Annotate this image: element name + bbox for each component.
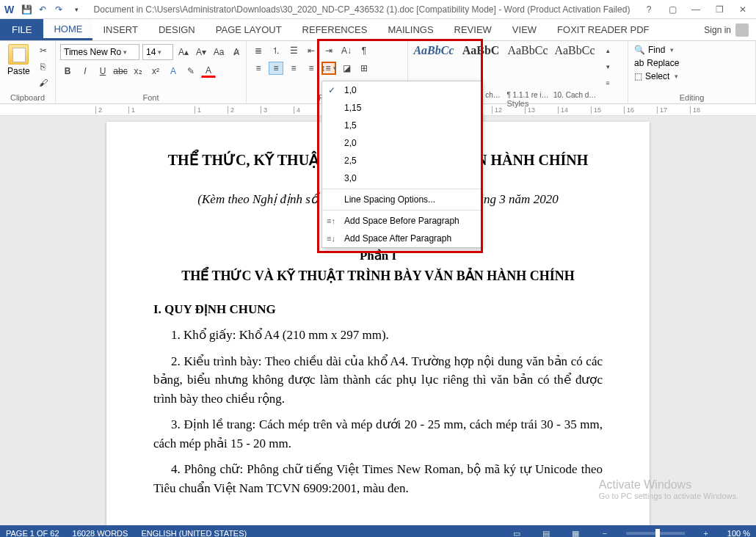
add-space-before[interactable]: ≡↑Add Space Before Paragraph bbox=[322, 212, 481, 230]
tab-references[interactable]: REFERENCES bbox=[292, 19, 378, 40]
increase-indent-icon[interactable]: ⇥ bbox=[321, 44, 336, 57]
zoom-in-button[interactable]: + bbox=[698, 529, 714, 537]
group-font: Times New Ro▾ 14▾ A▴ A▾ Aa A̷ B I U abc … bbox=[56, 41, 247, 103]
styles-scroll-down-icon[interactable]: ▾ bbox=[600, 60, 615, 73]
tab-view[interactable]: VIEW bbox=[502, 19, 547, 40]
superscript-button[interactable]: x² bbox=[148, 65, 163, 78]
sort-icon[interactable]: A↓ bbox=[339, 44, 354, 57]
line-spacing-options[interactable]: Line Spacing Options... bbox=[322, 191, 481, 208]
format-painter-icon[interactable]: 🖌 bbox=[36, 76, 51, 90]
grow-font-icon[interactable]: A▴ bbox=[176, 45, 191, 59]
decrease-indent-icon[interactable]: ⇤ bbox=[304, 44, 319, 57]
print-layout-icon[interactable]: ▤ bbox=[538, 529, 554, 538]
style-item-3[interactable]: AaBbCc bbox=[506, 44, 549, 57]
style-item-4[interactable]: AaBbCc bbox=[553, 44, 596, 57]
read-mode-icon[interactable]: ▭ bbox=[509, 529, 525, 538]
paste-label: Paste bbox=[7, 66, 30, 76]
sign-in-button[interactable]: Sign in bbox=[697, 19, 756, 40]
spacing-3-0[interactable]: 3,0 bbox=[322, 169, 481, 187]
numbering-icon[interactable]: ⒈ bbox=[269, 44, 283, 57]
tab-review[interactable]: REVIEW bbox=[444, 19, 502, 40]
tab-insert[interactable]: INSERT bbox=[92, 19, 148, 40]
style-name-3[interactable]: 10. Cach d… bbox=[553, 91, 596, 99]
change-case-icon[interactable]: Aa bbox=[211, 45, 226, 59]
spacing-1-0[interactable]: 1,0 bbox=[322, 81, 481, 99]
close-button[interactable]: ✕ bbox=[734, 4, 752, 15]
strikethrough-button[interactable]: abc bbox=[113, 65, 128, 78]
undo-icon[interactable]: ↶ bbox=[37, 4, 48, 15]
editing-group-label: Editing bbox=[633, 93, 751, 103]
clipboard-group-label: Clipboard bbox=[4, 93, 51, 103]
word-count[interactable]: 16028 WORDS bbox=[73, 529, 128, 537]
font-color-icon[interactable]: A bbox=[201, 65, 216, 78]
shading-icon[interactable]: ◪ bbox=[339, 62, 354, 75]
line-spacing-button[interactable]: ↕≡▾ bbox=[321, 62, 336, 75]
tab-home[interactable]: HOME bbox=[43, 19, 92, 40]
tab-design[interactable]: DESIGN bbox=[148, 19, 206, 40]
qat-customize-icon[interactable]: ▾ bbox=[69, 3, 84, 16]
styles-scroll-up-icon[interactable]: ▴ bbox=[600, 44, 615, 57]
underline-button[interactable]: U bbox=[95, 65, 110, 78]
doc-p4: 4. Phông chữ: Phông chữ tiếng Việt Times… bbox=[153, 460, 603, 497]
web-layout-icon[interactable]: ▦ bbox=[567, 529, 584, 538]
page-indicator[interactable]: PAGE 1 OF 62 bbox=[6, 529, 59, 537]
redo-icon[interactable]: ↷ bbox=[53, 4, 65, 15]
borders-icon[interactable]: ⊞ bbox=[357, 62, 371, 75]
zoom-out-button[interactable]: − bbox=[597, 529, 613, 537]
window-title: Document in C:\Users\Administrator\Downl… bbox=[87, 4, 637, 15]
bullets-icon[interactable]: ≣ bbox=[251, 44, 266, 57]
find-icon: 🔍 bbox=[634, 45, 645, 55]
space-after-icon: ≡↓ bbox=[327, 234, 335, 243]
minimize-button[interactable]: — bbox=[687, 4, 705, 15]
find-button[interactable]: 🔍Find▾ bbox=[633, 44, 680, 56]
highlight-icon[interactable]: ✎ bbox=[183, 65, 198, 78]
font-size-combo[interactable]: 14▾ bbox=[142, 44, 173, 60]
text-effects-icon[interactable]: A bbox=[166, 65, 181, 78]
cut-icon[interactable]: ✂ bbox=[36, 44, 51, 57]
save-icon[interactable]: 💾 bbox=[21, 4, 32, 15]
ribbon-display-button[interactable]: ▢ bbox=[664, 4, 681, 15]
font-group-label: Font bbox=[60, 93, 241, 103]
user-icon bbox=[735, 23, 749, 37]
spacing-2-0[interactable]: 2,0 bbox=[322, 134, 481, 152]
language-indicator[interactable]: ENGLISH (UNITED STATES) bbox=[141, 529, 247, 537]
italic-button[interactable]: I bbox=[78, 65, 92, 78]
zoom-level[interactable]: 100 % bbox=[727, 529, 750, 537]
spacing-2-5[interactable]: 2,5 bbox=[322, 152, 481, 169]
style-name-2[interactable]: ¶ 1.1.1 re i… bbox=[506, 91, 549, 99]
quick-access-toolbar: W 💾 ↶ ↷ ▾ bbox=[4, 3, 84, 16]
select-button[interactable]: ⬚Select▾ bbox=[633, 70, 680, 82]
doc-p3: 3. Định lề trang: Cách mép trên và mép d… bbox=[153, 415, 603, 453]
align-right-icon[interactable]: ≡ bbox=[286, 62, 301, 75]
replace-button[interactable]: abReplace bbox=[633, 57, 680, 69]
tab-page-layout[interactable]: PAGE LAYOUT bbox=[206, 19, 292, 40]
paste-button[interactable]: Paste bbox=[4, 44, 33, 76]
style-item-1[interactable]: AaBbCc bbox=[412, 44, 455, 57]
multilevel-list-icon[interactable]: ☰ bbox=[286, 44, 301, 57]
align-left-icon[interactable]: ≡ bbox=[251, 62, 266, 75]
copy-icon[interactable]: ⎘ bbox=[36, 60, 51, 73]
justify-icon[interactable]: ≡ bbox=[304, 62, 319, 75]
window-controls: ? ▢ — ❐ ✕ bbox=[640, 4, 752, 15]
restore-button[interactable]: ❐ bbox=[710, 4, 728, 15]
spacing-1-5[interactable]: 1,5 bbox=[322, 117, 481, 134]
align-center-icon[interactable]: ≡ bbox=[269, 62, 283, 75]
help-button[interactable]: ? bbox=[640, 4, 658, 15]
add-space-after[interactable]: ≡↓Add Space After Paragraph bbox=[322, 230, 481, 247]
style-item-2[interactable]: AaBbC bbox=[459, 44, 502, 57]
tab-file[interactable]: FILE bbox=[0, 19, 43, 40]
status-bar: PAGE 1 OF 62 16028 WORDS ENGLISH (UNITED… bbox=[0, 525, 756, 537]
show-marks-icon[interactable]: ¶ bbox=[357, 44, 371, 57]
tab-foxit[interactable]: FOXIT READER PDF bbox=[547, 19, 659, 40]
subscript-button[interactable]: x₂ bbox=[131, 65, 145, 78]
bold-button[interactable]: B bbox=[60, 65, 75, 78]
font-name-combo[interactable]: Times New Ro▾ bbox=[60, 44, 139, 60]
spacing-1-15[interactable]: 1,15 bbox=[322, 99, 481, 117]
shrink-font-icon[interactable]: A▾ bbox=[194, 45, 208, 59]
word-icon: W bbox=[4, 4, 16, 15]
doc-part-title: THỂ THỨC VÀ KỸ THUẬT TRÌNH BÀY VĂN BẢN H… bbox=[153, 268, 603, 284]
tab-mailings[interactable]: MAILINGS bbox=[377, 19, 443, 40]
clear-formatting-icon[interactable]: A̷ bbox=[229, 45, 244, 59]
zoom-slider[interactable] bbox=[626, 532, 685, 535]
styles-more-icon[interactable]: ≡ bbox=[600, 76, 615, 90]
